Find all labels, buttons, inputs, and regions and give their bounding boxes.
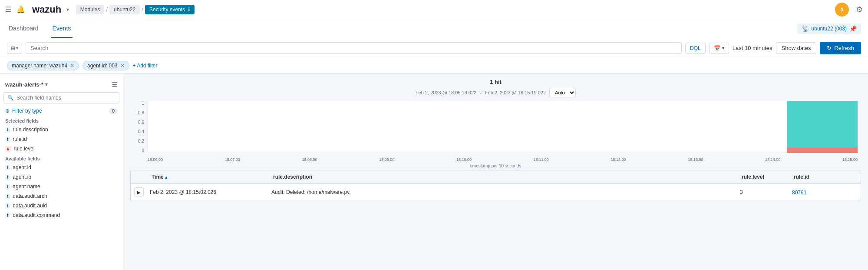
field-type-badge: t <box>5 184 10 190</box>
filter-tag-agent[interactable]: agent.id: 003 ✕ <box>83 61 129 70</box>
x-label: 18:09:00 <box>379 157 394 162</box>
calendar-button[interactable]: 📅 ▾ <box>709 43 729 54</box>
sidebar-chevron-icon: ▾ <box>45 82 48 87</box>
rule-id-link[interactable]: 80791 <box>792 190 806 196</box>
logo-dot: . <box>63 6 65 13</box>
x-label: 18:08:00 <box>302 157 317 162</box>
agent-badge: 📡 ubuntu22 (003) 📌 <box>797 23 861 34</box>
agent-badge-label: ubuntu22 (003) <box>812 26 847 32</box>
field-type-badge: t <box>5 203 10 209</box>
bell-icon[interactable]: 🔔 <box>17 5 25 13</box>
filter-row: manager.name: wazuh4 ✕ agent.id: 003 ✕ +… <box>0 58 868 73</box>
refresh-button[interactable]: ↻ Refresh <box>820 42 861 54</box>
x-label: 18:15:00 <box>842 157 858 162</box>
chart-bar-col-7 <box>645 101 716 153</box>
available-field-agent-name[interactable]: tagent.name <box>0 182 123 191</box>
dql-button[interactable]: DQL <box>685 43 706 54</box>
chart-x-title: timestamp per 10 seconds <box>130 163 861 168</box>
level-cell: 3 <box>740 189 792 195</box>
y-axis-06: 0.6 <box>138 120 144 125</box>
search-field-input[interactable] <box>17 95 116 101</box>
col-time: Time ▴ <box>150 173 271 181</box>
col-description: rule.description <box>271 173 740 181</box>
tab-dashboard[interactable]: Dashboard <box>7 20 40 38</box>
filter-by-type-row[interactable]: ⊕ Filter by type 0 <box>0 106 123 116</box>
selected-fields-list: trule.descriptiontrule.id#rule.level <box>0 125 123 153</box>
available-field-data-audit-arch[interactable]: tdata.audit.arch <box>0 191 123 201</box>
filter-tag-close[interactable]: ✕ <box>70 63 74 69</box>
selected-field-rule-description[interactable]: trule.description <box>0 125 123 134</box>
table-rows: ▶ Feb 2, 2023 @ 18:15:02.026 Audit: Dele… <box>131 184 861 201</box>
filter-circle-icon: ⊕ <box>5 108 10 114</box>
x-label: 18:13:00 <box>688 157 703 162</box>
available-field-data-audit-auid[interactable]: tdata.audit.auid <box>0 201 123 210</box>
refresh-icon: ↻ <box>827 45 832 51</box>
x-label: 18:10:00 <box>456 157 472 162</box>
filter-tag-close-2[interactable]: ✕ <box>120 63 125 69</box>
avatar[interactable]: a <box>835 3 849 17</box>
chart-range-row: Feb 2, 2023 @ 18:05:19.022 - Feb 2, 2023… <box>130 88 861 97</box>
chart-bar-col-9 <box>787 101 858 153</box>
chart-range-start: Feb 2, 2023 @ 18:05:19.022 <box>416 90 476 95</box>
top-navigation: ☰ 🔔 wazuh . ▾ Modules / ubuntu22 / Secur… <box>0 0 868 19</box>
sidebar-menu-icon[interactable]: ☰ <box>112 80 118 89</box>
search-field-wrap: 🔍 <box>3 92 119 103</box>
selected-field-rule-id[interactable]: trule.id <box>0 134 123 144</box>
field-type-badge: # <box>5 146 11 152</box>
tab-events[interactable]: Events <box>51 20 73 38</box>
chart-bar-col-6 <box>574 101 645 153</box>
logo: wazuh . ▾ <box>32 4 69 15</box>
logo-chevron-icon[interactable]: ▾ <box>66 7 69 13</box>
search-filter-toggle[interactable]: ⊞ ▾ <box>7 43 22 54</box>
y-axis-0: 0 <box>142 148 144 153</box>
calendar-icon: 📅 <box>714 45 720 51</box>
available-fields-label: Available fields <box>0 153 123 163</box>
info-icon: ℹ <box>188 7 190 13</box>
available-field-agent-id[interactable]: tagent.id <box>0 163 123 172</box>
logo-text: wazuh <box>32 4 61 15</box>
search-field-icon: 🔍 <box>7 95 14 101</box>
x-label: 18:06:00 <box>148 157 163 162</box>
field-type-badge: t <box>5 193 10 199</box>
filter-tag-manager[interactable]: manager.name: wazuh4 ✕ <box>7 61 79 70</box>
field-name: agent.name <box>13 183 40 190</box>
chart-hits: 1 hit <box>130 79 861 85</box>
field-name: data.audit.command <box>13 212 60 218</box>
chart-bar-col-3 <box>361 101 432 153</box>
selected-fields-label: Selected fields <box>0 116 123 125</box>
add-filter-button[interactable]: + Add filter <box>133 63 158 69</box>
selected-field-rule-level[interactable]: #rule.level <box>0 144 123 153</box>
calendar-chevron-icon: ▾ <box>722 46 724 50</box>
description-cell: Audit: Deleted: /home/malware.py. <box>271 189 740 195</box>
table-header: Time ▴ rule.description rule.level rule.… <box>131 170 861 184</box>
search-input[interactable] <box>30 45 677 51</box>
y-axis-04: 0.4 <box>138 129 144 134</box>
breadcrumb-modules[interactable]: Modules <box>76 5 104 14</box>
chart-bars-wrap <box>148 101 858 153</box>
table-row: ▶ Feb 2, 2023 @ 18:15:02.026 Audit: Dele… <box>131 184 861 201</box>
rule-id-cell: 80791 <box>792 189 857 196</box>
sort-icon[interactable]: ▴ <box>165 175 167 180</box>
chart-bar-col-4 <box>432 101 502 153</box>
available-field-agent-ip[interactable]: tagent.ip <box>0 172 123 182</box>
expand-button[interactable]: ▶ <box>134 187 144 197</box>
pin-icon[interactable]: 📌 <box>849 25 857 32</box>
breadcrumb-sep-2: / <box>142 6 143 13</box>
filter-icon: ⊞ <box>11 45 15 51</box>
available-field-data-audit-command[interactable]: tdata.audit.command <box>0 210 123 220</box>
time-label: Last 10 minutes <box>733 45 772 51</box>
filter-type-count: 0 <box>109 108 118 114</box>
chart-y-axis: 1 0.8 0.6 0.4 0.2 0 <box>130 101 146 153</box>
y-axis-02: 0.2 <box>138 139 144 143</box>
breadcrumb-ubuntu22[interactable]: ubuntu22 <box>109 5 140 14</box>
index-pattern-title[interactable]: wazuh-alerts-* ▾ <box>5 81 48 88</box>
wifi-icon: 📡 <box>802 25 809 32</box>
breadcrumb-security-events[interactable]: Security events ℹ <box>145 5 195 14</box>
chart-bar-col-1 <box>219 101 290 153</box>
show-dates-button[interactable]: Show dates <box>776 42 817 54</box>
breadcrumb: Modules / ubuntu22 / Security events ℹ <box>76 5 195 14</box>
chart-bar-col-0 <box>148 101 218 153</box>
menu-icon[interactable]: ☰ <box>5 5 11 13</box>
chart-interval-select[interactable]: Auto <box>549 88 576 97</box>
settings-icon[interactable]: ⚙ <box>856 5 863 14</box>
